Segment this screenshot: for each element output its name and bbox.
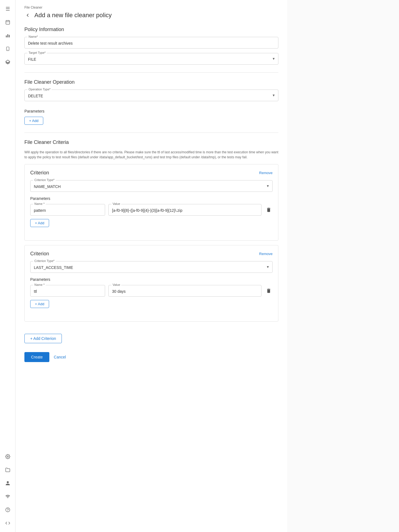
operation-type-label: Operation Type* xyxy=(27,88,52,91)
bottom-actions: + Add Criterion Create Cancel xyxy=(24,329,278,362)
sidebar-calendar-icon[interactable] xyxy=(2,17,13,28)
policy-information-section: Policy Information Name* Target Type* FI… xyxy=(24,27,278,65)
criterion-1-remove-button[interactable]: Remove xyxy=(259,171,273,175)
criterion-2-param-name-wrapper: Name * xyxy=(30,285,105,297)
svg-point-10 xyxy=(7,456,8,457)
criterion-1-type-wrapper: Criterion Type* NAME_MATCH LAST_ACCESS_T… xyxy=(30,180,273,192)
operation-type-select[interactable]: DELETE ARCHIVE xyxy=(25,90,278,101)
criterion-1-params-title: Parameters xyxy=(30,196,273,201)
page-wrapper: File Cleaner Add a new file cleaner poli… xyxy=(16,0,287,532)
form-actions: Create Cancel xyxy=(24,352,278,362)
name-label: Name* xyxy=(27,35,39,38)
name-field-wrapper: Name* xyxy=(24,37,278,49)
sidebar-phone-icon[interactable] xyxy=(2,43,13,54)
file-cleaner-operation-section: File Cleaner Operation Operation Type* D… xyxy=(24,79,278,101)
operation-type-field-group: Operation Type* DELETE ARCHIVE ▼ xyxy=(24,90,278,101)
criterion-2-param-value-input[interactable] xyxy=(109,285,261,296)
criterion-1-param-name-input[interactable] xyxy=(31,204,105,215)
sidebar-help-icon[interactable] xyxy=(2,504,13,515)
criterion-2-title: Criterion xyxy=(30,251,49,257)
page-header: Add a new file cleaner policy xyxy=(24,12,278,19)
target-type-field-group: Target Type* FILE DIRECTORY ▼ xyxy=(24,53,278,65)
criteria-info-text: Will apply the operation to all files/di… xyxy=(24,150,278,160)
criterion-1-param-delete-button[interactable] xyxy=(265,206,273,214)
criterion-1-add-param-button[interactable]: + Add xyxy=(30,219,49,227)
cancel-button[interactable]: Cancel xyxy=(54,355,66,359)
operation-type-field-wrapper: Operation Type* DELETE ARCHIVE ▼ xyxy=(24,90,278,101)
criterion-1-params-section: Parameters Name * Value xyxy=(30,196,273,227)
criterion-1-type-field-group: Criterion Type* NAME_MATCH LAST_ACCESS_T… xyxy=(30,180,273,192)
sidebar: ☰ xyxy=(0,0,16,532)
sidebar-chart-icon[interactable] xyxy=(2,30,13,41)
criterion-1-param-value-label: Value xyxy=(111,202,121,205)
target-type-field-wrapper: Target Type* FILE DIRECTORY ▼ xyxy=(24,53,278,65)
criteria-section-title: File Cleaner Criteria xyxy=(24,139,278,145)
criterion-2-param-row-1: Name * Value xyxy=(30,285,273,297)
divider-2 xyxy=(24,133,278,133)
criterion-card-2: Criterion Remove Criterion Type* NAME_MA… xyxy=(24,245,278,322)
criterion-1-param-value-wrapper: Value xyxy=(108,204,261,216)
criterion-card-1: Criterion Remove Criterion Type* NAME_MA… xyxy=(24,164,278,241)
criterion-2-params-section: Parameters Name * Value xyxy=(30,277,273,308)
sidebar-layers-icon[interactable] xyxy=(2,57,13,68)
criterion-2-param-delete-button[interactable] xyxy=(265,287,273,295)
criterion-1-param-name-wrapper: Name * xyxy=(30,204,105,216)
breadcrumb: File Cleaner xyxy=(24,6,278,9)
divider-1 xyxy=(24,72,278,73)
criterion-1-param-value-input[interactable] xyxy=(109,204,261,215)
top-parameters-section: Parameters + Add xyxy=(24,109,278,125)
criterion-2-type-select[interactable]: NAME_MATCH LAST_ACCESS_TIME LAST_MODIFIE… xyxy=(31,261,272,273)
create-button[interactable]: Create xyxy=(24,352,49,362)
criterion-2-param-value-wrapper: Value xyxy=(108,285,261,297)
name-input[interactable] xyxy=(25,37,278,48)
top-parameters-add-button[interactable]: + Add xyxy=(24,117,43,125)
main-content: File Cleaner Add a new file cleaner poli… xyxy=(16,0,399,532)
svg-rect-0 xyxy=(6,21,10,24)
back-button[interactable] xyxy=(24,12,31,19)
top-parameters-title: Parameters xyxy=(24,109,278,113)
criterion-2-header: Criterion Remove xyxy=(30,251,273,257)
criterion-2-param-name-input[interactable] xyxy=(31,285,105,296)
target-type-label: Target Type* xyxy=(27,51,47,54)
svg-rect-6 xyxy=(9,35,9,37)
criterion-2-add-param-button[interactable]: + Add xyxy=(30,300,49,308)
criterion-1-type-label: Criterion Type* xyxy=(33,178,56,182)
criterion-2-remove-button[interactable]: Remove xyxy=(259,252,273,256)
page-title: Add a new file cleaner policy xyxy=(34,12,112,19)
criterion-1-header: Criterion Remove xyxy=(30,170,273,176)
sidebar-person-icon[interactable] xyxy=(2,478,13,489)
sidebar-list-icon[interactable]: ☰ xyxy=(2,3,13,14)
target-type-select[interactable]: FILE DIRECTORY xyxy=(25,53,278,64)
criterion-1-param-name-label: Name * xyxy=(33,202,46,205)
sidebar-settings-icon[interactable] xyxy=(2,451,13,462)
criterion-1-type-select[interactable]: NAME_MATCH LAST_ACCESS_TIME LAST_MODIFIE… xyxy=(31,180,272,192)
svg-rect-4 xyxy=(6,35,7,37)
criterion-1-title: Criterion xyxy=(30,170,49,176)
criterion-2-params-title: Parameters xyxy=(30,277,273,282)
criterion-2-type-field-group: Criterion Type* NAME_MATCH LAST_ACCESS_T… xyxy=(30,261,273,273)
criterion-2-type-label: Criterion Type* xyxy=(33,259,56,263)
criterion-2-param-name-label: Name * xyxy=(33,283,46,286)
svg-rect-5 xyxy=(7,34,8,37)
policy-info-title: Policy Information xyxy=(24,27,278,32)
sidebar-code-icon[interactable] xyxy=(2,518,13,529)
sidebar-signal-icon[interactable] xyxy=(2,491,13,502)
criterion-1-param-row-1: Name * Value xyxy=(30,204,273,216)
operation-section-title: File Cleaner Operation xyxy=(24,79,278,85)
sidebar-folder-icon[interactable] xyxy=(2,464,13,475)
criterion-2-type-wrapper: Criterion Type* NAME_MATCH LAST_ACCESS_T… xyxy=(30,261,273,273)
add-criterion-button[interactable]: + Add Criterion xyxy=(24,334,62,343)
name-field-group: Name* xyxy=(24,37,278,49)
criteria-section: File Cleaner Criteria Will apply the ope… xyxy=(24,139,278,322)
criterion-2-param-value-label: Value xyxy=(111,283,121,286)
